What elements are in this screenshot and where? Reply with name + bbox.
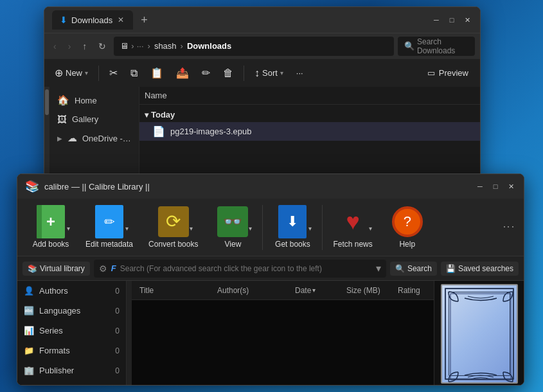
fetch-news-tool[interactable]: ♥ ▾ Fetch news (326, 201, 378, 254)
convert-books-icon: ⟳ (158, 206, 189, 237)
series-label: Series (39, 326, 63, 335)
calibre-books-area: Title Author(s) Date ▾ Size (MB) Rating (132, 281, 434, 386)
formats-label: Formats (39, 346, 70, 355)
copy-button[interactable]: ⧉ (125, 65, 143, 82)
add-books-tool[interactable]: ▾ Add books (25, 201, 76, 254)
help-icon-container: ? (392, 206, 423, 237)
new-button[interactable]: ⊕ New ▾ (49, 64, 93, 82)
gallery-icon: 🖼 (57, 114, 67, 125)
sidebar-item-rating[interactable]: ⭐ Rating 0 (17, 380, 126, 386)
saved-searches-button[interactable]: 💾 Saved searches (441, 262, 519, 276)
search-dropdown-icon[interactable]: ▾ (376, 262, 381, 274)
calibre-minimize-button[interactable]: ─ (475, 181, 485, 192)
close-button[interactable]: ✕ (462, 15, 472, 25)
onedrive-label: OneDrive - Per (82, 134, 131, 143)
view-label: View (225, 240, 242, 249)
expand-icon: ▶ (57, 135, 62, 142)
authors-column-header: Author(s) (212, 286, 290, 295)
search-input[interactable] (120, 264, 372, 273)
calibre-title: calibre — || Calibre Library || (44, 182, 470, 192)
maximize-button[interactable]: □ (447, 15, 457, 25)
group-chevron-icon: ▾ (145, 111, 148, 120)
more-options-button[interactable]: ··· (291, 66, 308, 80)
file-panel: 🏠 Home 🖼 Gallery ▶ ☁ OneDrive - Per Name (44, 87, 480, 180)
saved-icon: 💾 (446, 264, 456, 273)
rename-icon: ✏ (202, 67, 210, 79)
calibre-close-button[interactable]: ✕ (506, 181, 516, 192)
copy-icon: ⧉ (130, 67, 138, 79)
home-icon: 🏠 (57, 94, 69, 106)
convert-books-tool[interactable]: ⟳ ▾ Convert books (142, 201, 204, 254)
view-icon: 👓 (217, 206, 248, 237)
series-left: 📊 Series (24, 326, 63, 335)
minimize-button[interactable]: ─ (431, 15, 441, 25)
calibre-sidebar-scroll[interactable] (127, 281, 132, 386)
view-icon-container: 👓 ▾ (217, 206, 248, 237)
date-sort-icon[interactable]: ▾ (312, 287, 316, 294)
convert-books-arrow-icon: ▾ (190, 225, 193, 232)
get-books-tool[interactable]: ⬇ ▾ Get books (267, 201, 318, 254)
sidebar-item-authors[interactable]: 👤 Authors 0 (17, 281, 126, 301)
calibre-main: 👤 Authors 0 🔤 Languages 0 📊 Series 0 (17, 281, 524, 386)
books-header: Title Author(s) Date ▾ Size (MB) Rating (132, 281, 434, 300)
virtual-library-button[interactable]: 📚 Virtual library (22, 262, 90, 276)
file-item[interactable]: 📄 pg219-images-3.epub (139, 122, 480, 141)
cut-button[interactable]: ✂ (104, 64, 123, 82)
gallery-label: Gallery (72, 114, 98, 124)
preview-button[interactable]: ▭ Preview (421, 66, 475, 80)
calibre-maximize-button[interactable]: □ (490, 181, 501, 192)
add-books-icon (37, 205, 65, 238)
forward-button[interactable]: › (64, 39, 75, 54)
sidebar-item-series[interactable]: 📊 Series 0 (17, 321, 126, 341)
share-icon: 📤 (176, 67, 189, 79)
explorer-tab[interactable]: ⬇ Downloads ✕ (52, 10, 133, 30)
toolbar-sep2 (244, 66, 244, 81)
sidebar-item-onedrive[interactable]: ▶ ☁ OneDrive - Per (49, 129, 139, 148)
path-more: › (131, 41, 134, 51)
sort-button[interactable]: ↕ Sort ▾ (249, 65, 289, 82)
share-button[interactable]: 📤 (171, 64, 194, 82)
tab-close-button[interactable]: ✕ (116, 14, 125, 26)
up-button[interactable]: ↑ (78, 39, 91, 54)
search-gear-icon[interactable]: ⚙ (99, 263, 107, 274)
tab-bar: ⬇ Downloads ✕ + (52, 10, 426, 30)
file-list: ▾ Today 📄 pg219-images-3.epub (139, 105, 480, 143)
search-magnify-icon: 🔍 (395, 264, 405, 273)
back-button[interactable]: ‹ (49, 39, 60, 54)
search-placeholder: Search Downloads (417, 37, 468, 55)
search-button[interactable]: 🔍 Search (390, 262, 437, 276)
book-cover-image (441, 284, 518, 384)
sidebar-item-languages[interactable]: 🔤 Languages 0 (17, 301, 126, 321)
delete-button[interactable]: 🗑 (218, 65, 238, 82)
add-books-stripe (37, 205, 42, 238)
address-path[interactable]: 🖥 › ··· › shash › Downloads (114, 37, 394, 56)
sidebar-item-gallery[interactable]: 🖼 Gallery (49, 110, 139, 129)
sidebar-item-home[interactable]: 🏠 Home (49, 91, 139, 110)
download-tab-icon: ⬇ (60, 15, 67, 25)
sort-label: Sort (262, 68, 278, 78)
sidebar-item-publisher[interactable]: 🏢 Publisher 0 (17, 361, 126, 380)
left-scroll[interactable] (44, 87, 49, 180)
calibre-toolbar: ▾ Add books ▾ Edit metadata ⟳ ▾ Convert … (17, 199, 524, 256)
search-box[interactable]: 🔍 Search Downloads (398, 37, 475, 56)
preview-icon: ▭ (427, 68, 435, 78)
languages-label: Languages (39, 306, 80, 316)
view-tool[interactable]: 👓 ▾ View (207, 201, 258, 254)
tab-title: Downloads (71, 15, 112, 25)
rename-button[interactable]: ✏ (197, 64, 215, 82)
new-tab-button[interactable]: + (136, 11, 153, 30)
sidebar-item-formats[interactable]: 📁 Formats 0 (17, 341, 126, 361)
edit-metadata-tool[interactable]: ▾ Edit metadata (79, 201, 139, 254)
convert-books-label: Convert books (148, 240, 198, 249)
file-area: Name ▾ Today 📄 pg219-images-3.epub (139, 87, 480, 180)
path-sep2: › (181, 41, 183, 51)
window-controls: ─ □ ✕ (431, 15, 472, 25)
languages-left: 🔤 Languages (24, 306, 80, 316)
refresh-button[interactable]: ↻ (94, 39, 110, 54)
more-tools-button[interactable]: ⋮ (511, 221, 516, 234)
edit-metadata-label: Edit metadata (85, 240, 133, 249)
paste-button[interactable]: 📋 (145, 64, 168, 82)
help-tool[interactable]: ? Help (382, 201, 433, 254)
series-icon: 📊 (24, 326, 34, 335)
calibre-titlebar: 📚 calibre — || Calibre Library || ─ □ ✕ (17, 174, 524, 199)
